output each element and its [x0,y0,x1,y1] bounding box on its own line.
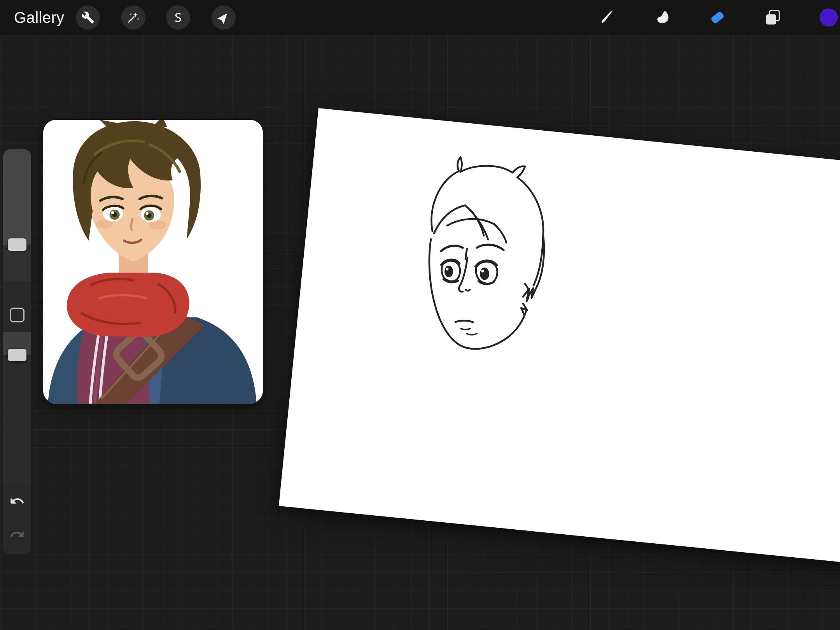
brush-size-slider-fill [3,149,31,245]
square-icon [10,308,24,322]
selection-button[interactable] [166,5,190,30]
modify-button[interactable] [9,306,26,324]
layers-icon [764,9,782,26]
wrench-icon [81,11,94,24]
reference-image-panel[interactable] [43,120,263,404]
brush-size-slider[interactable] [3,149,31,281]
eraser-icon [709,9,726,26]
topbar: Gallery [0,0,840,35]
transform-arrow-icon [217,11,230,24]
actions-button[interactable] [76,5,100,30]
undo-button[interactable] [6,490,28,512]
eraser-tool-button[interactable] [705,5,730,30]
smudge-icon [654,9,672,26]
opacity-slider-handle[interactable] [8,349,26,361]
selection-s-icon [172,11,185,24]
opacity-slider[interactable] [3,332,31,483]
smudge-tool-button[interactable] [651,5,675,30]
reference-image [43,120,263,404]
magic-wand-icon [127,11,140,24]
painting-app-workspace: Gallery [0,0,840,630]
layers-tool-button[interactable] [761,5,785,30]
color-tool-button[interactable] [817,5,840,30]
brush-icon [598,9,616,26]
transform-button[interactable] [212,5,236,30]
sidebar [3,149,31,554]
redo-arrow-icon [9,527,25,542]
brush-tool-button[interactable] [595,5,619,30]
drawing-canvas[interactable] [279,108,840,579]
gallery-button[interactable]: Gallery [14,0,65,35]
undo-arrow-icon [9,493,25,509]
color-swatch-icon [820,9,838,26]
adjustments-button[interactable] [121,5,145,30]
brush-size-slider-handle[interactable] [8,238,26,251]
redo-button[interactable] [6,523,28,545]
